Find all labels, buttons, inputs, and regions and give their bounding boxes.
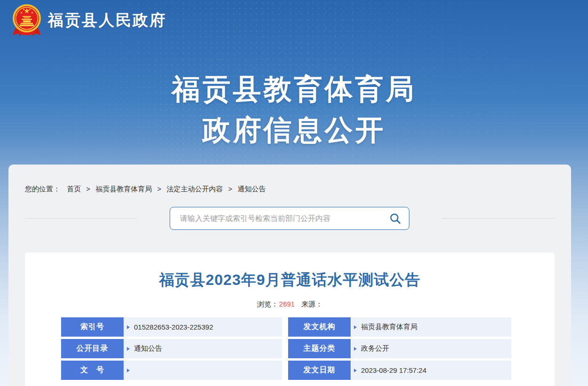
info-label: 公开目录: [61, 339, 124, 358]
article-card: 福贡县2023年9月普通话水平测试公告 浏览：2691来源： 索引号 01528…: [25, 252, 555, 386]
info-row: 索引号 015282653-2023-225392 发文机构 福贡县教育体育局: [61, 317, 511, 337]
divider-left: [25, 218, 138, 219]
info-cell-public-directory: 公开目录 通知公告: [61, 339, 282, 358]
info-value: 015282653-2023-225392: [124, 317, 282, 337]
hero-title-line2: 政府信息公开: [0, 115, 588, 146]
info-label: 索引号: [61, 317, 124, 337]
arrow-right-icon: [127, 325, 130, 329]
breadcrumb-item-home[interactable]: 首页: [67, 185, 81, 193]
divider-right: [442, 218, 555, 219]
info-cell-issuing-agency: 发文机构 福贡县教育体育局: [288, 317, 511, 337]
info-cell-index-number: 索引号 015282653-2023-225392: [61, 317, 282, 337]
info-label: 文 号: [61, 361, 124, 380]
info-value-text: 通知公告: [134, 344, 162, 353]
info-value-text: 政务公开: [361, 344, 389, 353]
info-value-text: 2023-08-29 17:57:24: [361, 366, 426, 374]
info-row: 文 号 发文日期 2023-08-29 17:57:24: [61, 361, 511, 380]
info-value: 通知公告: [124, 339, 282, 358]
info-value-text: 福贡县教育体育局: [361, 323, 417, 331]
article-meta: 浏览：2691来源：: [25, 300, 555, 309]
arrow-right-icon: [354, 325, 357, 329]
info-value: 政务公开: [351, 339, 511, 358]
arrow-right-icon: [127, 347, 130, 351]
breadcrumb-item-bureau[interactable]: 福贡县教育体育局: [95, 185, 152, 193]
search-button[interactable]: [382, 207, 409, 229]
breadcrumb-item-notices[interactable]: 通知公告: [238, 185, 266, 193]
info-value: [124, 361, 282, 380]
source-label: 来源：: [301, 300, 322, 308]
hero-title-line1: 福贡县教育体育局: [0, 74, 588, 105]
breadcrumb-separator: >: [228, 185, 233, 193]
china-national-emblem-icon: [12, 3, 42, 37]
info-cell-document-number: 文 号: [61, 361, 282, 380]
arrow-right-icon: [354, 369, 357, 372]
breadcrumb-separator: >: [86, 185, 90, 193]
info-value: 2023-08-29 17:57:24: [351, 361, 511, 380]
info-value: 福贡县教育体育局: [351, 317, 511, 337]
search-icon: [389, 213, 401, 225]
info-label: 主题分类: [288, 339, 351, 358]
article-info-table: 索引号 015282653-2023-225392 发文机构 福贡县教育体育局: [61, 317, 511, 380]
views-count: 2691: [279, 300, 295, 308]
arrow-right-icon: [127, 369, 130, 372]
page-root: 福贡县人民政府 福贡县教育体育局 政府信息公开 您的位置： 首页 > 福贡县教育…: [0, 0, 588, 386]
views-label: 浏览：: [257, 300, 278, 308]
breadcrumb-label: 您的位置：: [25, 185, 60, 193]
info-value-text: 015282653-2023-225392: [134, 323, 213, 331]
info-label: 发文日期: [288, 361, 351, 380]
info-label: 发文机构: [288, 317, 351, 337]
breadcrumb: 您的位置： 首页 > 福贡县教育体育局 > 法定主动公开内容 > 通知公告: [25, 185, 266, 193]
hero-banner: 福贡县教育体育局 政府信息公开: [0, 74, 588, 146]
info-cell-issue-date: 发文日期 2023-08-29 17:57:24: [288, 361, 511, 380]
site-title: 福贡县人民政府: [48, 10, 166, 31]
breadcrumb-separator: >: [157, 185, 161, 193]
info-row: 公开目录 通知公告 主题分类 政务公开: [61, 339, 511, 358]
info-cell-topic-category: 主题分类 政务公开: [288, 339, 511, 358]
content-shell: 您的位置： 首页 > 福贡县教育体育局 > 法定主动公开内容 > 通知公告 福贡…: [8, 165, 571, 386]
site-header-brand[interactable]: 福贡县人民政府: [0, 0, 588, 40]
search-box: [170, 207, 409, 230]
arrow-right-icon: [354, 347, 357, 351]
article-title: 福贡县2023年9月普通话水平测试公告: [25, 270, 555, 291]
breadcrumb-item-disclosure[interactable]: 法定主动公开内容: [166, 185, 223, 193]
search-input[interactable]: [170, 207, 382, 229]
